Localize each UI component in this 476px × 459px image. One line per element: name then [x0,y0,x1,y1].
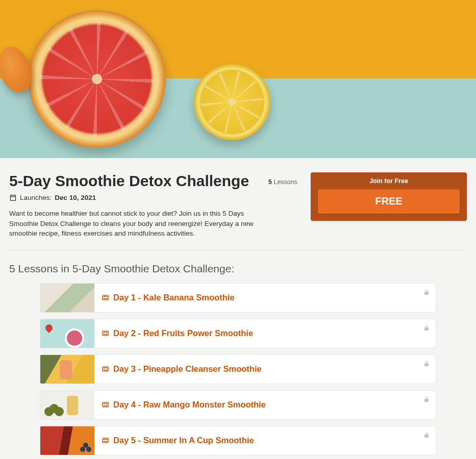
lesson-title: Day 4 - Raw Mango Monster Smoothie [113,400,266,410]
launch-info: Launches: Dec 10, 2021 [9,194,258,201]
lemon-image [194,64,270,140]
lesson-title: Day 2 - Red Fruits Power Smoothie [113,328,253,338]
video-icon [102,365,109,373]
course-title: 5-Day Smoothie Detox Challenge [9,172,258,190]
lesson-thumbnail [40,391,94,419]
course-description: Want to become healthier but cannot stic… [9,209,258,239]
video-icon [102,294,109,301]
launch-date: Dec 10, 2021 [55,194,96,201]
lesson-title: Day 3 - Pineapple Cleanser Smoothie [113,364,262,374]
video-icon [102,329,109,337]
calendar-icon [9,194,17,201]
cta-box: Join for Free FREE [311,172,467,221]
grapefruit-image [28,10,166,148]
lock-icon [423,431,430,441]
lesson-item[interactable]: Day 1 - Kale Banana Smoothie [40,283,436,313]
lesson-item[interactable]: Day 4 - Raw Mango Monster Smoothie [40,390,436,420]
lesson-title: Day 1 - Kale Banana Smoothie [113,293,235,302]
lesson-item[interactable]: Day 2 - Red Fruits Power Smoothie [40,319,436,348]
join-free-button[interactable]: FREE [318,189,460,214]
lesson-item[interactable]: Day 3 - Pineapple Cleanser Smoothie [40,354,436,384]
lock-icon [423,360,430,369]
lesson-thumbnail [40,426,94,455]
lesson-title: Day 5 - Summer In A Cup Smoothie [113,436,254,445]
lesson-list: Day 1 - Kale Banana Smoothie Day 2 - Red… [9,283,467,455]
lock-icon [423,324,430,334]
cta-heading: Join for Free [318,177,460,185]
divider [9,250,467,250]
lesson-thumbnail [40,284,94,312]
video-icon [102,437,109,444]
lessons-heading: 5 Lessons in 5-Day Smoothie Detox Challe… [9,263,467,275]
lesson-thumbnail [40,319,94,348]
hero-banner [0,0,476,158]
video-icon [102,401,109,409]
lesson-count: 5 Lessons [268,178,297,186]
lesson-item[interactable]: Day 5 - Summer In A Cup Smoothie [40,426,436,455]
lesson-thumbnail [40,355,94,384]
launch-label: Launches: [20,194,52,201]
lock-icon [423,289,430,298]
lock-icon [423,396,430,405]
